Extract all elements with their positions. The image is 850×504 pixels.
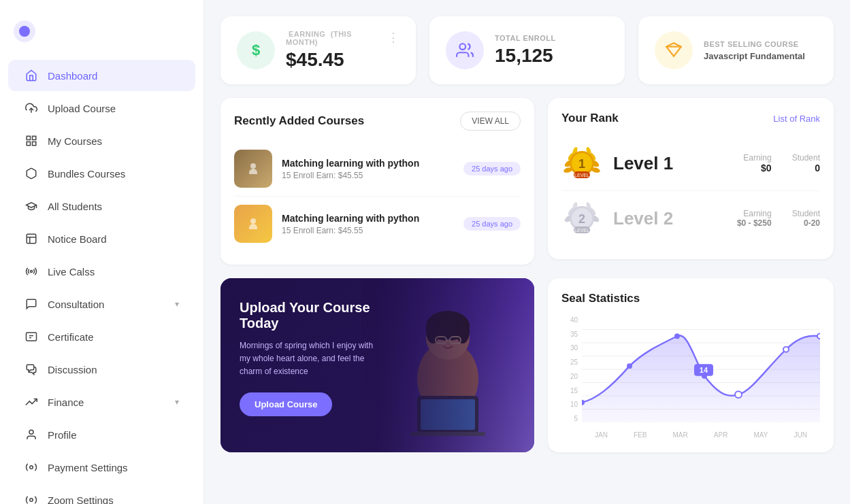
- sidebar-item-notice-board[interactable]: Notice Board: [8, 223, 195, 254]
- diamond-icon: [655, 31, 693, 69]
- svg-point-71: [817, 333, 820, 339]
- svg-rect-3: [27, 136, 30, 139]
- sidebar-item-label: Discussion: [48, 364, 97, 375]
- sidebar-item-label: Profile: [48, 429, 77, 441]
- upload-course-button[interactable]: Upload Course: [240, 392, 332, 416]
- sidebar-item-certificate[interactable]: Certificate: [8, 321, 195, 352]
- sidebar-item-label: Payment Settings: [48, 462, 128, 473]
- sidebar-item-label: My Courses: [48, 135, 102, 147]
- svg-point-10: [31, 271, 33, 273]
- bottom-row: Upload Your Course Today Mornings of spr…: [220, 278, 834, 452]
- rank-earning-label: Earning: [737, 209, 772, 218]
- svg-text:LEVEL: LEVEL: [574, 228, 589, 233]
- rank-level-1-row: 1 LEVEL Level 1 Earning $0 Stu: [561, 136, 820, 191]
- sidebar-item-bundles[interactable]: Bundles Courses: [8, 158, 195, 189]
- sidebar-item-zoom-settings[interactable]: Zoom Settings: [8, 484, 195, 504]
- seal-statistics-card: Seal Statistics 40 35 30 25 20 15 10 5: [548, 278, 834, 452]
- sidebar-item-label: Zoom Settings: [48, 494, 114, 505]
- course-item: Matching learning with python 15 Enroll …: [234, 141, 521, 197]
- recent-courses-title: Recntly Added Courses: [234, 114, 364, 128]
- upload-icon: [24, 101, 38, 115]
- logo: [0, 14, 203, 58]
- list-of-rank-link[interactable]: List of Rank: [773, 114, 820, 124]
- level-2-medal: 2 LEVEL: [561, 198, 602, 239]
- total-enroll-card: TOTAL ENROLL 15,125: [429, 16, 625, 84]
- home-icon: [24, 69, 38, 82]
- sidebar-item-all-students[interactable]: All Students: [8, 190, 195, 222]
- recent-courses-card: Recntly Added Courses VIEW ALL Matching …: [220, 98, 534, 265]
- sidebar-item-label: Live Calss: [48, 266, 95, 278]
- rank-earning-stat: Earning $0: [743, 153, 771, 173]
- rank-earning-value: $0 - $250: [737, 218, 772, 228]
- best-selling-card: BEST SELLING COURSE Javascript Fundament…: [638, 16, 834, 84]
- sidebar-item-finance[interactable]: Finance ▾: [8, 386, 195, 418]
- rank-student-label: Student: [792, 153, 820, 163]
- sidebar: Dashboard Upload Course My Courses Bundl…: [0, 0, 204, 504]
- sidebar-item-consultation[interactable]: Consultation ▾: [8, 288, 195, 320]
- rank-title: Your Rank: [561, 112, 619, 125]
- promo-title: Upload Your Course Today: [240, 300, 374, 331]
- rank-level-2-name: Level 2: [613, 208, 726, 229]
- svg-point-70: [783, 347, 789, 352]
- sidebar-item-payment-settings[interactable]: Payment Settings: [8, 452, 195, 483]
- svg-text:LEVEL: LEVEL: [574, 173, 589, 178]
- sidebar-item-label: Certificate: [48, 331, 94, 343]
- svg-text:1: 1: [578, 157, 585, 171]
- rank-earning-stat: Earning $0 - $250: [737, 209, 772, 228]
- finance-icon: [24, 395, 38, 409]
- best-selling-content: BEST SELLING COURSE Javascript Fundament…: [704, 40, 817, 61]
- rank-header: Your Rank List of Rank: [561, 112, 820, 125]
- sidebar-item-profile[interactable]: Profile: [8, 419, 195, 450]
- zoom-icon: [24, 493, 38, 504]
- level-1-medal: 1 LEVEL: [561, 143, 602, 184]
- rank-level-2-stats: Earning $0 - $250 Student 0-20: [737, 209, 820, 228]
- course-badge: 25 days ago: [463, 162, 521, 175]
- svg-point-18: [250, 163, 256, 169]
- broadcast-icon: [24, 265, 38, 278]
- view-all-button[interactable]: VIEW ALL: [460, 112, 521, 131]
- sidebar-item-label: Notice Board: [48, 233, 107, 245]
- svg-point-69: [735, 391, 742, 398]
- rank-earning-value: $0: [743, 163, 771, 173]
- sidebar-item-live-calls[interactable]: Live Calss: [8, 256, 195, 287]
- sidebar-item-label: Dashboard: [48, 70, 97, 82]
- rank-earning-label: Earning: [743, 153, 771, 163]
- svg-point-15: [30, 466, 33, 469]
- promo-content: Upload Your Course Today Mornings of spr…: [220, 278, 393, 438]
- svg-rect-4: [33, 136, 36, 139]
- enroll-content: TOTAL ENROLL 15,125: [495, 34, 608, 67]
- sidebar-item-label: Finance: [48, 397, 84, 408]
- recent-courses-header: Recntly Added Courses VIEW ALL: [234, 112, 521, 131]
- rank-level-1-name: Level 1: [613, 153, 732, 174]
- more-options-icon[interactable]: ⋮: [387, 30, 399, 45]
- sidebar-item-dashboard[interactable]: Dashboard: [8, 60, 195, 91]
- discussion-icon: [24, 363, 38, 376]
- rank-level-1-stats: Earning $0 Student 0: [743, 153, 820, 173]
- course-item: Matching learning with python 15 Enroll …: [234, 197, 521, 251]
- svg-text:2: 2: [578, 212, 585, 226]
- chart-area: 40 35 30 25 20 15 10 5: [561, 316, 820, 439]
- rank-level-2-row: 2 LEVEL Level 2 Earning $0 - $250 Studen…: [561, 191, 820, 246]
- enroll-value: 15,125: [495, 45, 608, 67]
- box-icon: [24, 167, 38, 180]
- sidebar-item-discussion[interactable]: Discussion: [8, 354, 195, 385]
- profile-icon: [24, 428, 38, 441]
- certificate-icon: [24, 330, 38, 343]
- rank-student-stat: Student 0: [792, 153, 820, 173]
- right-panel: Your Rank List of Rank: [548, 98, 834, 265]
- content-row: Recntly Added Courses VIEW ALL Matching …: [220, 98, 834, 265]
- earning-icon: $: [237, 31, 275, 69]
- course-badge: 25 days ago: [463, 217, 521, 231]
- chart-svg: 14: [582, 316, 820, 422]
- chat-icon: [24, 297, 38, 311]
- rank-student-value: 0-20: [792, 218, 820, 228]
- svg-point-16: [30, 499, 33, 502]
- sidebar-item-my-courses[interactable]: My Courses: [8, 125, 195, 156]
- earning-value: $45.45: [286, 49, 376, 71]
- sidebar-item-upload-course[interactable]: Upload Course: [8, 93, 195, 124]
- svg-point-17: [459, 44, 465, 50]
- course-info: Matching learning with python 15 Enroll …: [282, 158, 454, 180]
- sidebar-item-label: Consultation: [48, 299, 104, 310]
- rank-student-value: 0: [792, 163, 820, 173]
- svg-rect-11: [27, 333, 37, 341]
